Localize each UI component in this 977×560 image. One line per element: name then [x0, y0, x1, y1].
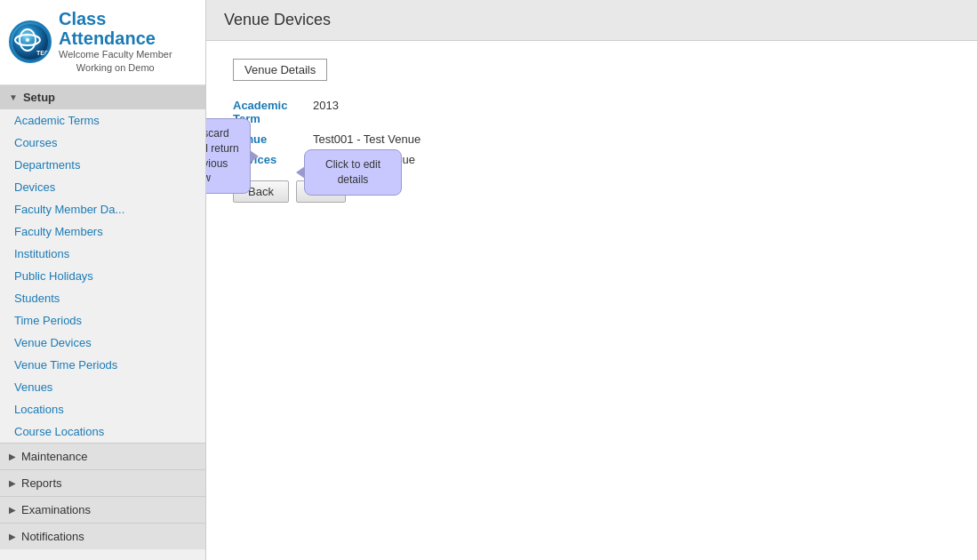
- sidebar-item-venues[interactable]: Venues: [0, 376, 205, 398]
- edit-tooltip-arrow: [296, 166, 305, 179]
- maintenance-section-label: Maintenance: [21, 450, 87, 463]
- devices-row: Devices No Device In Venue: [233, 153, 950, 166]
- academic-term-label: Academic Term: [233, 99, 313, 125]
- notifications-section-header[interactable]: ▶ Notifications: [0, 523, 205, 549]
- page-title: Venue Devices: [224, 11, 959, 29]
- reports-section-header[interactable]: ▶ Reports: [0, 469, 205, 496]
- setup-section-label: Setup: [23, 91, 55, 104]
- sidebar-item-course-locations[interactable]: Course Locations: [0, 420, 205, 443]
- action-buttons: Click to discard changes and return to t…: [233, 180, 950, 203]
- reports-section-label: Reports: [21, 476, 62, 490]
- devices-label: Devices: [233, 153, 313, 166]
- content-area: Venue Details Academic Term 2013 Venue T…: [206, 41, 977, 560]
- sidebar-item-venue-devices[interactable]: Venue Devices: [0, 332, 205, 354]
- reports-arrow-icon: ▶: [9, 478, 16, 488]
- venue-value: Test001 - Test Venue: [313, 132, 420, 146]
- setup-section-header[interactable]: ▼ Setup: [0, 85, 205, 109]
- sidebar-item-time-periods[interactable]: Time Periods: [0, 309, 205, 332]
- app-logo: TECH: [9, 20, 52, 63]
- notifications-arrow-icon: ▶: [9, 532, 16, 541]
- venue-row: Venue Test001 - Test Venue: [233, 132, 950, 146]
- back-button[interactable]: Back: [233, 180, 289, 203]
- svg-point-3: [26, 38, 29, 42]
- examinations-arrow-icon: ▶: [9, 505, 16, 515]
- venue-details-box: Venue Details: [233, 59, 327, 81]
- page-header: Venue Devices: [206, 0, 977, 41]
- examinations-section-header[interactable]: ▶ Examinations: [0, 496, 205, 523]
- venue-label: Venue: [233, 132, 313, 146]
- svg-text:TECH: TECH: [36, 50, 49, 56]
- sidebar-item-faculty-members[interactable]: Faculty Members: [0, 220, 205, 243]
- sidebar-item-institutions[interactable]: Institutions: [0, 243, 205, 265]
- sidebar-item-locations[interactable]: Locations: [0, 398, 205, 420]
- sidebar-item-students[interactable]: Students: [0, 287, 205, 309]
- app-header: TECH ClassAttendance Welcome Faculty Mem…: [0, 0, 205, 85]
- maintenance-section-header[interactable]: ▶ Maintenance: [0, 443, 205, 469]
- main-content: Venue Devices Venue Details Academic Ter…: [206, 0, 977, 560]
- sidebar-nav: ▼ Setup Academic Terms Courses Departmen…: [0, 85, 205, 560]
- notifications-section-label: Notifications: [21, 530, 84, 543]
- sidebar-item-devices[interactable]: Devices: [0, 176, 205, 198]
- sidebar: TECH ClassAttendance Welcome Faculty Mem…: [0, 0, 206, 560]
- maintenance-arrow-icon: ▶: [9, 452, 16, 461]
- sidebar-item-public-holidays[interactable]: Public Holidays: [0, 265, 205, 287]
- app-title: ClassAttendance: [59, 9, 172, 48]
- edit-button[interactable]: Edit: [296, 180, 346, 203]
- venue-details-label: Venue Details: [244, 63, 316, 76]
- app-title-block: ClassAttendance Welcome Faculty Member W…: [59, 9, 172, 76]
- sidebar-item-faculty-member-da[interactable]: Faculty Member Da...: [0, 198, 205, 220]
- devices-value: No Device In Venue: [313, 153, 415, 166]
- sidebar-item-courses[interactable]: Courses: [0, 132, 205, 154]
- academic-term-value: 2013: [313, 99, 339, 112]
- sidebar-item-academic-terms[interactable]: Academic Terms: [0, 109, 205, 132]
- examinations-section-label: Examinations: [21, 503, 91, 516]
- app-subtitle: Welcome Faculty Member Working on Demo: [59, 48, 172, 76]
- sidebar-item-departments[interactable]: Departments: [0, 154, 205, 176]
- academic-term-row: Academic Term 2013: [233, 99, 950, 125]
- sidebar-item-venue-time-periods[interactable]: Venue Time Periods: [0, 354, 205, 376]
- setup-arrow-icon: ▼: [9, 92, 18, 102]
